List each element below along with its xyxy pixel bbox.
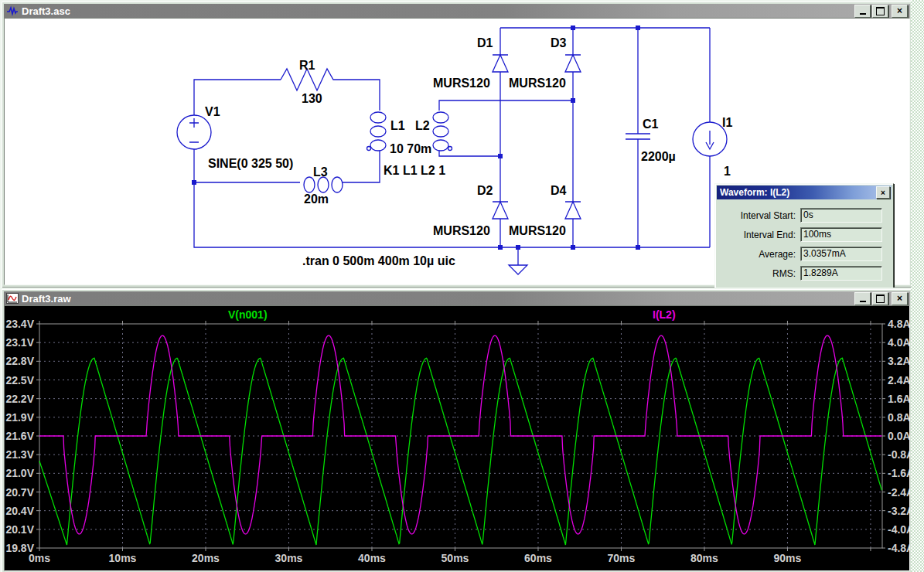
label-i1-value[interactable]: 1 (724, 165, 731, 178)
ground-symbol[interactable] (509, 247, 527, 274)
dialog-fields: Interval Start:0sInterval End:100msAvera… (715, 206, 893, 283)
component-l2-inductor[interactable] (433, 112, 452, 151)
component-d2-diode[interactable] (493, 202, 508, 219)
waveform-file-icon (6, 292, 19, 305)
trace-i-l2-[interactable] (39, 335, 881, 534)
label-k1-coupling[interactable]: K1 L1 L2 1 (384, 164, 445, 177)
y-left-tick-label: 23.4V (5, 318, 34, 330)
minimize-icon (860, 301, 866, 302)
label-d1-value[interactable]: MURS120 (433, 77, 490, 90)
label-l3-value[interactable]: 20m (304, 192, 329, 206)
x-tick-label: 60ms (524, 552, 552, 564)
component-d3-diode[interactable] (565, 55, 581, 72)
y-right-tick-label: -2.4A (888, 486, 910, 499)
dialog-field-row: Average:3.0357mA (715, 244, 893, 264)
trace-v-n001-[interactable] (39, 358, 881, 545)
dialog-field-value[interactable]: 1.8289A (800, 266, 882, 281)
legend-v-n001-[interactable]: V(n001) (228, 308, 268, 321)
label-c1-name[interactable]: C1 (643, 117, 659, 131)
label-d1-name[interactable]: D1 (477, 36, 493, 49)
dialog-field-label: Average: (715, 249, 796, 260)
component-c1-capacitor[interactable] (626, 134, 650, 139)
label-l3-name[interactable]: L3 (313, 165, 328, 179)
x-tick-label: 20ms (192, 552, 220, 564)
close-icon: × (897, 7, 902, 15)
dialog-titlebar[interactable]: Waveform: I(L2) × (717, 186, 892, 199)
dialog-field-value[interactable]: 3.0357mA (800, 247, 882, 261)
schematic-labels: V1SINE(0 325 50)R1130L1L210 70mK1 L1 L2 … (205, 36, 732, 267)
desktop-edge (911, 0, 924, 572)
y-right-tick-label: -0.8A (888, 448, 910, 461)
component-l1-inductor[interactable] (367, 112, 387, 151)
component-d4-diode[interactable] (565, 202, 581, 219)
label-d4-value[interactable]: MURS120 (509, 224, 566, 237)
dialog-title: Waveform: I(L2) (720, 187, 789, 198)
y-right-tick-label: 3.2A (888, 355, 910, 367)
x-tick-label: 80ms (690, 552, 718, 564)
schematic-file-icon (6, 5, 19, 17)
waveform-measurement-dialog: Waveform: I(L2) × Interval Start:0sInter… (714, 183, 894, 288)
dialog-field-value[interactable]: 0s (800, 208, 882, 223)
dialog-field-row: RMS:1.8289A (715, 264, 893, 283)
label-l1-l2-values[interactable]: 10 70m (390, 142, 431, 155)
dialog-field-row: Interval Start:0s (715, 206, 893, 225)
y-right-tick-label: 1.6A (888, 393, 910, 405)
component-l3-inductor[interactable] (304, 177, 343, 192)
y-left-tick-label: 21.0V (5, 467, 34, 479)
label-d3-name[interactable]: D3 (551, 36, 567, 49)
y-right-tick-label: 4.8A (888, 318, 910, 330)
y-left-tick-label: 21.9V (5, 411, 34, 424)
label-d2-value[interactable]: MURS120 (433, 224, 490, 237)
y-right-tick-label: -4.0A (888, 523, 910, 536)
minimize-button[interactable] (854, 5, 871, 18)
close-button[interactable]: × (892, 292, 908, 305)
maximize-icon (876, 7, 885, 15)
dialog-field-label: Interval End: (715, 230, 796, 240)
dialog-field-label: Interval Start: (715, 210, 796, 221)
wires[interactable] (194, 28, 710, 247)
y-right-tick-label: 0.8A (888, 411, 910, 424)
schematic-titlebar[interactable]: Draft3.asc × (4, 4, 910, 18)
maximize-button[interactable] (872, 292, 888, 305)
label-r1-name[interactable]: R1 (299, 59, 315, 72)
label-d3-value[interactable]: MURS120 (509, 77, 566, 90)
dialog-close-button[interactable]: × (876, 186, 890, 199)
x-tick-label: 0ms (29, 552, 50, 564)
waveform-plot-area[interactable]: 23.4V23.1V22.8V22.5V22.2V21.9V21.6V21.3V… (4, 305, 910, 571)
spice-directive[interactable]: .tran 0 500m 400m 10µ uic (302, 254, 455, 267)
y-left-tick-label: 20.7V (5, 486, 34, 499)
x-tick-label: 50ms (442, 552, 469, 564)
label-d2-name[interactable]: D2 (477, 184, 493, 197)
label-v1-value[interactable]: SINE(0 325 50) (208, 157, 293, 170)
label-v1-name[interactable]: V1 (205, 105, 220, 118)
label-c1-value[interactable]: 2200µ (641, 150, 676, 163)
y-right-tick-label: 0.0A (888, 430, 910, 442)
close-button[interactable]: × (892, 5, 908, 18)
label-i1-name[interactable]: I1 (722, 116, 732, 129)
y-left-tick-label: 21.6V (5, 430, 34, 442)
label-l2-name[interactable]: L2 (415, 119, 430, 132)
waveform-window-title: Draft3.raw (22, 293, 71, 305)
x-tick-label: 90ms (774, 552, 802, 564)
component-v1-voltage-source[interactable] (177, 115, 211, 149)
component-r1-resistor[interactable] (281, 69, 335, 90)
waveform-titlebar[interactable]: Draft3.raw × (4, 291, 910, 305)
waveform-window: Draft3.raw × 23.4V23.1V22.8V22.5V22.2V21… (0, 288, 914, 572)
label-l1-name[interactable]: L1 (390, 119, 405, 132)
maximize-button[interactable] (872, 5, 888, 18)
label-r1-value[interactable]: 130 (302, 92, 322, 105)
y-left-tick-label: 20.1V (5, 523, 34, 536)
y-left-tick-label: 22.5V (5, 374, 34, 386)
minimize-icon (860, 13, 866, 15)
x-tick-label: 40ms (358, 552, 386, 564)
y-right-tick-label: -4.8A (888, 542, 910, 554)
dialog-close-icon: × (881, 189, 885, 197)
dialog-field-value[interactable]: 100ms (800, 227, 882, 242)
component-d1-diode[interactable] (493, 55, 508, 72)
y-right-tick-label: 2.4A (888, 374, 910, 386)
minimize-button[interactable] (854, 292, 871, 305)
label-d4-name[interactable]: D4 (551, 184, 567, 197)
legend-i-l2-[interactable]: I(L2) (653, 308, 676, 321)
y-right-tick-label: -3.2A (888, 505, 910, 517)
y-right-tick-label: -1.6A (888, 467, 910, 479)
